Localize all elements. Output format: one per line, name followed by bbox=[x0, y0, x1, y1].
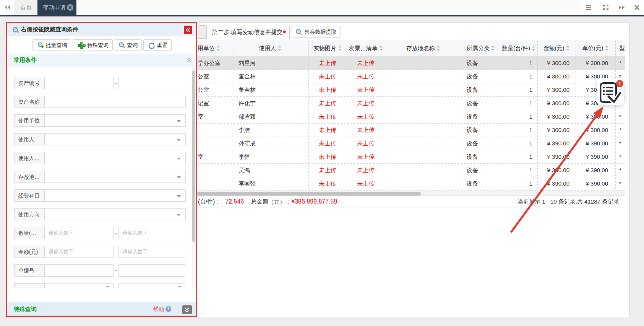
svg-text:?: ? bbox=[167, 306, 169, 311]
